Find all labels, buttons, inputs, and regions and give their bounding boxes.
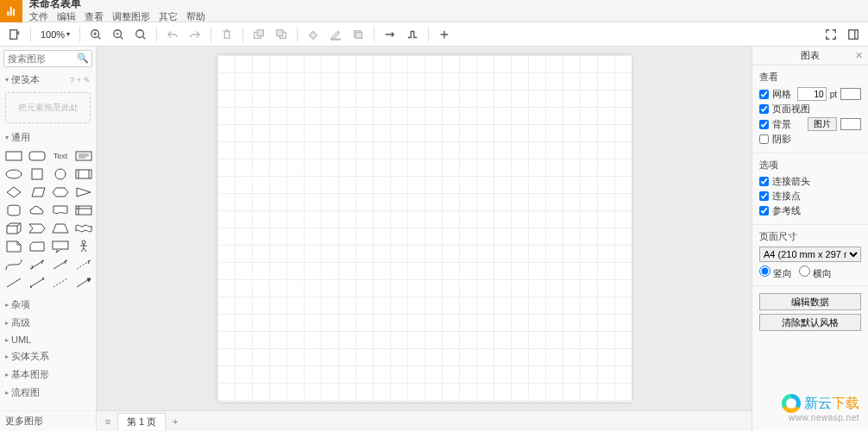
shape-ellipse[interactable] [3, 166, 24, 182]
grid-size-input[interactable] [797, 87, 827, 101]
shape-cylinder[interactable] [3, 203, 24, 218]
shape-cube[interactable] [3, 221, 24, 236]
menu-view[interactable]: 查看 [85, 10, 104, 23]
page-layout-button[interactable] [5, 25, 24, 44]
shape-document[interactable] [50, 203, 71, 218]
menu-edit[interactable]: 编辑 [57, 10, 76, 23]
arrows-checkbox[interactable] [759, 177, 769, 186]
svg-rect-7 [277, 29, 283, 35]
background-color-swatch[interactable] [840, 118, 861, 130]
category-er[interactable]: 实体关系 [0, 347, 96, 365]
shape-diamond[interactable] [3, 184, 24, 200]
format-panel-icon[interactable] [844, 25, 863, 44]
delete-icon[interactable] [217, 25, 236, 44]
separator [428, 27, 429, 42]
to-back-icon[interactable] [272, 25, 291, 44]
fill-color-icon[interactable] [304, 25, 323, 44]
guides-checkbox[interactable] [759, 206, 769, 216]
menu-extras[interactable]: 其它 [159, 10, 178, 23]
grid-checkbox[interactable] [759, 90, 769, 99]
shape-callout[interactable] [50, 239, 71, 254]
document-title[interactable]: 未命名表单 [29, 0, 205, 10]
shape-rounded[interactable] [27, 148, 47, 164]
shape-note[interactable] [3, 239, 24, 254]
shape-rect[interactable] [3, 148, 24, 164]
shape-dashed-arrow[interactable] [73, 257, 94, 272]
to-front-icon[interactable] [249, 25, 268, 44]
canvas-page[interactable] [217, 55, 632, 402]
shape-bidir-arrow[interactable] [27, 257, 47, 272]
shape-dashed-line[interactable] [50, 275, 71, 290]
shape-circle[interactable] [50, 166, 71, 182]
zoom-out-icon[interactable] [109, 25, 128, 44]
svg-rect-16 [32, 169, 42, 179]
category-uml[interactable]: UML [0, 332, 96, 347]
pages-menu-icon[interactable]: ≡ [100, 414, 116, 429]
pageview-label: 页面视图 [772, 103, 861, 116]
format-panel-title: 图表 ✕ [752, 47, 868, 66]
shadow-checkbox[interactable] [759, 134, 769, 144]
zoom-level[interactable]: 100%▾ [37, 29, 73, 40]
points-checkbox[interactable] [759, 191, 769, 201]
background-checkbox[interactable] [759, 120, 769, 129]
separator [297, 27, 298, 42]
menu-file[interactable]: 文件 [29, 10, 48, 23]
line-color-icon[interactable] [326, 25, 345, 44]
shape-textbox[interactable] [73, 148, 94, 164]
shape-curve[interactable] [3, 257, 24, 272]
shape-arrow[interactable] [50, 257, 71, 272]
zoom-fit-icon[interactable] [131, 25, 150, 44]
add-icon[interactable] [435, 25, 454, 44]
shape-internal-storage[interactable] [73, 203, 94, 218]
shape-parallelogram[interactable] [27, 184, 47, 200]
edit-data-button[interactable]: 编辑数据 [759, 293, 861, 310]
portrait-radio[interactable]: 竖向 [759, 265, 792, 280]
scratchpad-dropzone[interactable]: 把元素拖至此处 [5, 92, 91, 123]
redo-icon[interactable] [186, 25, 204, 44]
shape-cloud[interactable] [27, 203, 47, 218]
shape-text[interactable]: Text [50, 148, 71, 164]
shape-tape[interactable] [73, 221, 94, 236]
category-advanced[interactable]: 高级 [0, 314, 96, 332]
waypoints-icon[interactable] [403, 25, 422, 44]
pagesize-select[interactable]: A4 (210 mm x 297 mm) [759, 247, 861, 262]
reset-style-button[interactable]: 清除默认风格 [759, 314, 861, 331]
scratchpad-header[interactable]: 便笺本 ? + ✎ [0, 71, 96, 89]
zoom-in-icon[interactable] [86, 25, 105, 44]
close-icon[interactable]: ✕ [855, 50, 863, 61]
shape-process[interactable] [73, 166, 94, 182]
more-shapes[interactable]: 更多图形 [0, 410, 96, 431]
shape-trapezoid[interactable] [50, 221, 71, 236]
shape-triangle[interactable] [73, 184, 94, 200]
menu-arrange[interactable]: 调整图形 [112, 10, 150, 23]
landscape-radio[interactable]: 横向 [799, 265, 832, 280]
background-image-button[interactable]: 图片 [808, 117, 837, 131]
scratchpad-help-icon[interactable]: ? [70, 76, 74, 84]
category-flowchart[interactable]: 流程图 [0, 384, 96, 402]
shape-bidir-line[interactable] [27, 275, 47, 290]
shape-square[interactable] [27, 166, 47, 182]
pageview-checkbox[interactable] [759, 104, 769, 114]
scratchpad-edit-icon[interactable]: ✎ [84, 76, 91, 84]
separator [156, 27, 157, 42]
category-misc[interactable]: 杂项 [0, 296, 96, 314]
fullscreen-icon[interactable] [821, 25, 840, 44]
add-page-icon[interactable]: + [167, 414, 183, 429]
grid-color-swatch[interactable] [840, 88, 861, 100]
shape-actor[interactable] [73, 239, 94, 254]
shadow-icon[interactable] [349, 25, 368, 44]
scratchpad-add-icon[interactable]: + [77, 76, 81, 84]
header: 未命名表单 文件 编辑 查看 调整图形 其它 帮助 [0, 0, 868, 22]
connection-icon[interactable] [381, 25, 399, 44]
shape-thick-arrow[interactable] [73, 275, 94, 290]
shape-step[interactable] [27, 221, 47, 236]
general-header[interactable]: 通用 [0, 128, 96, 147]
undo-icon[interactable] [163, 25, 182, 44]
category-basic[interactable]: 基本图形 [0, 365, 96, 384]
shape-card[interactable] [27, 239, 47, 254]
shape-line[interactable] [3, 275, 24, 290]
shape-hexagon[interactable] [50, 184, 71, 200]
watermark-logo-icon [782, 394, 801, 413]
page-tab-1[interactable]: 第 1 页 [117, 413, 166, 430]
menu-help[interactable]: 帮助 [186, 10, 205, 23]
